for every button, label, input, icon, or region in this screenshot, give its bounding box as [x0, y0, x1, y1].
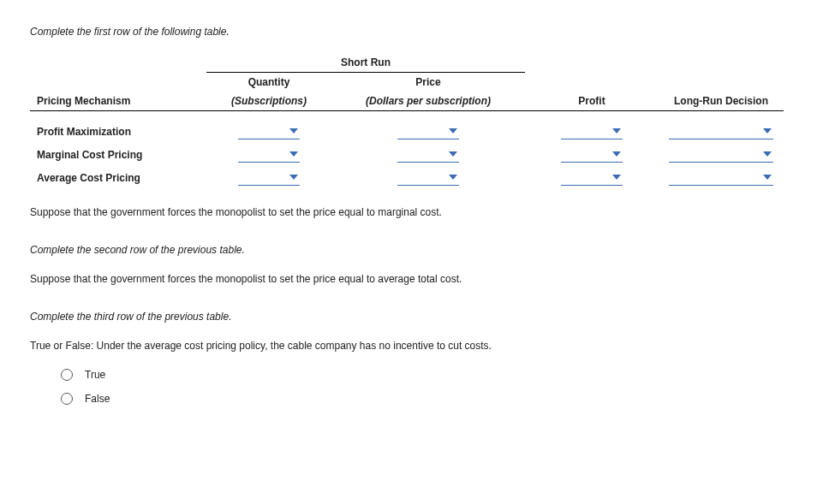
header-profit: Profit [525, 92, 659, 111]
header-longrun: Long-Run Decision [659, 92, 784, 111]
radio-false-label: False [85, 393, 110, 405]
chevron-down-icon [612, 151, 621, 157]
dropdown-r1-longrun[interactable] [669, 123, 773, 139]
radio-icon [61, 393, 73, 405]
chevron-down-icon [763, 128, 772, 133]
radio-true-label: True [85, 369, 105, 381]
row-label-profit-max: Profit Maximization [30, 120, 206, 143]
chevron-down-icon [763, 175, 772, 180]
chevron-down-icon [289, 128, 298, 133]
dropdown-r2-quantity[interactable] [238, 146, 300, 163]
radio-false[interactable]: False [61, 393, 799, 405]
chevron-down-icon [449, 151, 457, 157]
chevron-down-icon [612, 128, 621, 133]
dropdown-r1-price[interactable] [397, 123, 459, 139]
instruction-3: Complete the third row of the previous t… [30, 311, 799, 323]
row-label-ac-pricing: Average Cost Pricing [30, 166, 206, 189]
instruction-2: Complete the second row of the previous … [30, 244, 799, 256]
pricing-table: Short Run Quantity Price Pricing Mechani… [30, 53, 784, 189]
instruction-1: Complete the first row of the following … [30, 26, 799, 38]
header-quantity-sub: (Subscriptions) [206, 92, 331, 111]
dropdown-r2-profit[interactable] [561, 146, 623, 163]
paragraph-ac: Suppose that the government forces the m… [30, 273, 799, 285]
chevron-down-icon [449, 128, 457, 133]
dropdown-r1-quantity[interactable] [238, 123, 300, 139]
radio-icon [61, 369, 73, 381]
chevron-down-icon [763, 151, 772, 157]
dropdown-r2-price[interactable] [397, 146, 459, 163]
dropdown-r2-longrun[interactable] [669, 146, 773, 163]
true-false-prompt: True or False: Under the average cost pr… [30, 340, 799, 352]
row-label-mc-pricing: Marginal Cost Pricing [30, 143, 206, 166]
true-false-group: True False [61, 369, 799, 405]
dropdown-r3-price[interactable] [397, 169, 459, 186]
radio-true[interactable]: True [61, 369, 799, 381]
header-short-run: Short Run [206, 53, 525, 73]
header-quantity: Quantity [206, 73, 331, 92]
chevron-down-icon [289, 151, 298, 157]
chevron-down-icon [612, 175, 621, 180]
header-mechanism: Pricing Mechanism [30, 92, 206, 111]
dropdown-r3-quantity[interactable] [238, 169, 300, 186]
header-price-sub: (Dollars per subscription) [331, 92, 525, 111]
dropdown-r1-profit[interactable] [561, 123, 623, 139]
chevron-down-icon [449, 175, 457, 180]
paragraph-mc: Suppose that the government forces the m… [30, 206, 799, 218]
chevron-down-icon [289, 175, 298, 180]
header-price: Price [331, 73, 525, 92]
dropdown-r3-longrun[interactable] [669, 169, 773, 186]
dropdown-r3-profit[interactable] [561, 169, 623, 186]
